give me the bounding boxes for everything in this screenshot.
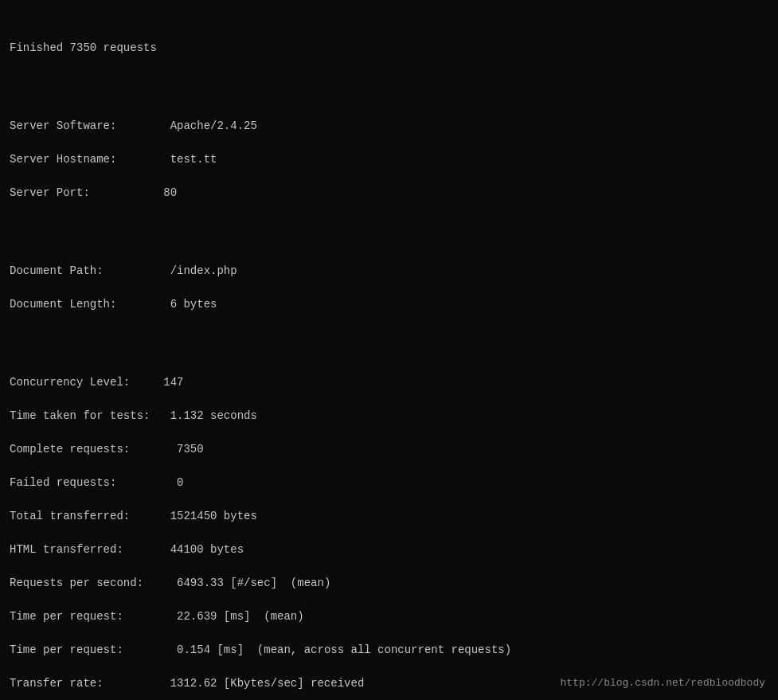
server-section: Server Software: Apache/2.4.25 Server Ho… [10, 101, 768, 201]
document-path-label: Document Path: /index.php [10, 264, 237, 277]
finished-line: Finished 7350 requests [10, 41, 157, 54]
document-length-label: Document Length: 6 bytes [10, 298, 217, 311]
server-hostname-label: Server Hostname: test.tt [10, 153, 217, 166]
tpr2-row: Time per request: 0.154 [ms] (mean, acro… [10, 643, 511, 656]
html-transferred-row: HTML transferred: 44100 bytes [10, 543, 244, 556]
server-software-label: Server Software: Apache/2.4.25 [10, 119, 257, 132]
stats-section: Concurrency Level: 147 Time taken for te… [10, 358, 768, 692]
finished-section: Finished 7350 requests [10, 23, 768, 57]
time-taken-row: Time taken for tests: 1.132 seconds [10, 409, 257, 422]
document-section: Document Path: /index.php Document Lengt… [10, 246, 768, 313]
rps-row: Requests per second: 6493.33 [#/sec] (me… [10, 577, 330, 589]
tpr1-row: Time per request: 22.639 [ms] (mean) [10, 610, 304, 623]
transfer-rate-row: Transfer rate: 1312.62 [Kbytes/sec] rece… [10, 677, 364, 690]
concurrency-row: Concurrency Level: 147 [10, 376, 183, 389]
failed-requests-row: Failed requests: 0 [10, 476, 183, 489]
server-port-label: Server Port: 80 [10, 186, 177, 199]
total-transferred-row: Total transferred: 1521450 bytes [10, 510, 257, 522]
terminal-output: Finished 7350 requests Server Software: … [10, 6, 768, 700]
watermark-text: http://blog.csdn.net/redbloodbody [561, 675, 765, 691]
complete-requests-row: Complete requests: 7350 [10, 443, 204, 456]
